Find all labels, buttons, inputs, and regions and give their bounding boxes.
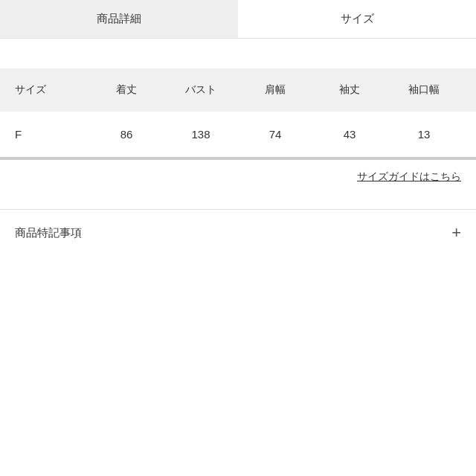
tab-product-detail[interactable]: 商品詳細 [0, 0, 238, 38]
size-guide-link[interactable]: サイズガイドはこちら [357, 170, 461, 184]
spec-section-label: 商品特記事項 [15, 226, 82, 240]
cell-kittake: 86 [89, 128, 164, 141]
tab-product-detail-label: 商品詳細 [97, 12, 141, 25]
col-header-bust: バスト [164, 83, 238, 97]
cell-bust: 138 [164, 128, 238, 141]
size-guide-row: サイズガイドはこちら [0, 160, 476, 194]
col-header-kittake: 着丈 [89, 83, 164, 97]
cell-size: F [15, 128, 89, 141]
expand-icon[interactable]: + [451, 223, 461, 242]
col-header-size: サイズ [15, 83, 89, 97]
col-header-sodaguchi: 袖口幅 [387, 83, 461, 97]
col-header-katahaba: 肩幅 [238, 83, 312, 97]
spec-section[interactable]: 商品特記事項 + [0, 209, 476, 256]
tab-bar: 商品詳細 サイズ [0, 0, 476, 39]
cell-katahaba: 74 [238, 128, 312, 141]
cell-sodake: 43 [312, 128, 387, 141]
table-header-row: サイズ 着丈 バスト 肩幅 袖丈 袖口幅 [0, 68, 476, 112]
tab-size-label: サイズ [341, 12, 374, 25]
col-header-sodake: 袖丈 [312, 83, 387, 97]
tab-size[interactable]: サイズ [238, 0, 476, 38]
top-spacer [0, 39, 476, 54]
size-table-section: サイズ 着丈 バスト 肩幅 袖丈 袖口幅 F 86 138 74 43 13 サ… [0, 68, 476, 209]
table-row: F 86 138 74 43 13 [0, 112, 476, 157]
cell-sodaguchi: 13 [387, 128, 461, 141]
